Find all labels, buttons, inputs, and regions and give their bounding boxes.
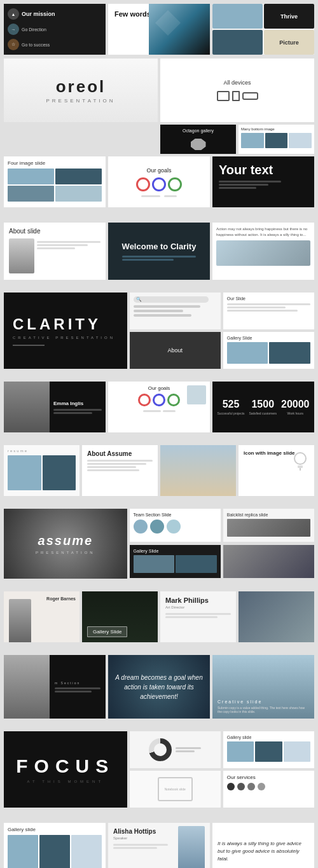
slide-gallery-focus: Gallery slide <box>223 731 314 768</box>
about-mini-label: About <box>167 347 183 354</box>
section-block-9: FOCUS AT THIS MOMENT Gallery slide <box>0 727 318 814</box>
slide-welcome-clarity: Welcome to Clarity <box>108 223 210 280</box>
welcome-clarity-title: Welcome to Clarity <box>122 242 197 252</box>
focus-right-grid: Gallery slide Notebook slide Our service… <box>130 731 314 808</box>
slide-our-services: Our services <box>223 771 314 808</box>
slide-numbers: 525 Successful projects 1500 Satisfied c… <box>212 382 314 432</box>
slide-your-text: Your text <box>212 156 314 207</box>
notebook-label: Notebook slide <box>165 787 186 791</box>
num-label-1: Successful projects <box>217 411 244 415</box>
focus-sub: AT THIS MOMENT <box>27 780 104 783</box>
section-block-7: Roger Barnes Gallery Slide Mark Phillips… <box>0 588 318 646</box>
slide-our-mission: ▲ Our mission → Go Direction ☆ Go to suc… <box>4 4 106 55</box>
svg-rect-1 <box>298 465 303 468</box>
section-block-5: resume About Assume Icon with image slid… <box>0 441 318 500</box>
emma-goals-row: Emma Inglis Our goals <box>4 382 314 432</box>
team-section-label: Team Section Slide <box>134 513 217 517</box>
slide-focus: FOCUS AT THIS MOMENT <box>4 731 127 808</box>
slide-notebook: Notebook slide <box>130 771 221 808</box>
num-value-3: 20000 <box>281 399 310 410</box>
slide-our-goals: Our goals <box>108 156 210 207</box>
num-item-3: 20000 Work hours <box>281 399 310 415</box>
action-text: Action may not always bring happiness bu… <box>216 226 310 238</box>
slide-roger: Roger Barnes <box>4 591 80 642</box>
assume-brand-row: assume PRESENTATION Team Section Slide B… <box>4 509 314 579</box>
slide-team-section: Team Section Slide <box>130 509 221 542</box>
clarity-main-row: CLARITY CREATIVE PRESENTATION 🔍 Our Slid… <box>4 293 314 369</box>
gallery-alisha-row: Gallery slide Alisha Hottips Speaker It … <box>4 823 314 868</box>
focus-title: FOCUS <box>16 755 114 777</box>
slide-emma: Emma Inglis <box>4 382 106 432</box>
slide-few-words: Few words about <box>108 4 210 55</box>
many-bottom-label: Many bottom image <box>241 127 312 131</box>
about-assume-label: About Assume <box>87 450 153 457</box>
section-block-4: Emma Inglis Our goals <box>0 378 318 436</box>
oreol-brand-name: oreol <box>56 77 106 97</box>
slide-thrive: Thrive Picture <box>212 4 314 55</box>
clarity-sub: CREATIVE PRESENTATION <box>13 336 115 340</box>
focus-main-row: FOCUS AT THIS MOMENT Gallery slide <box>4 731 314 808</box>
section-block-3: CLARITY CREATIVE PRESENTATION 🔍 Our Slid… <box>0 289 318 373</box>
num-value-1: 525 <box>217 399 244 410</box>
slide-our-slide: Our Slide <box>223 293 314 329</box>
assume-brand-sub: PRESENTATION <box>36 551 95 555</box>
gallery-assume-label: Gallery Slide <box>134 549 217 553</box>
section-block-6: assume PRESENTATION Team Section Slide B… <box>0 505 318 582</box>
assume-right-grid: Team Section Slide Balcklist replica sli… <box>130 509 314 579</box>
slide-dream: A dream becomes a goal when action is ta… <box>108 655 210 719</box>
slide-team-sec: m Section <box>4 655 106 719</box>
slide-icon-image: Icon with image slide <box>238 445 314 496</box>
circle-icon-2: → <box>8 24 19 35</box>
num-value-2: 1500 <box>249 399 277 410</box>
slide-circle-chart <box>130 731 221 768</box>
our-slide-label: Our Slide <box>227 296 310 301</box>
assume-brand-name: assume <box>38 534 93 548</box>
mark-name: Mark Phillips <box>165 596 231 604</box>
section-block-8: m Section A dream becomes a goal when ac… <box>0 651 318 722</box>
team-sec-label: m Section <box>55 681 100 685</box>
slide-many-bottom: Many bottom image <box>238 125 314 154</box>
slide-text-mission: Our mission <box>22 11 55 17</box>
slide-four-image: Four image slide <box>4 156 106 207</box>
sep-5 <box>0 500 318 505</box>
sep-9 <box>0 814 318 819</box>
slide-clarity: CLARITY CREATIVE PRESENTATION <box>4 293 127 369</box>
slide-text-success: Go to success <box>22 43 50 47</box>
slide-text-direction: Go Direction <box>22 27 46 32</box>
slide-gallery-btn: Gallery Slide <box>82 591 158 642</box>
svg-point-0 <box>294 453 306 464</box>
sep-7 <box>0 646 318 651</box>
num-item-2: 1500 Satisfied customers <box>249 399 277 415</box>
roger-name: Roger Barnes <box>46 596 76 601</box>
slide-about-assume: About Assume <box>82 445 158 496</box>
slide-action: Action may not always bring happiness bu… <box>212 223 314 280</box>
slide-gallery-assume: Gallery Slide <box>130 545 221 578</box>
slide-gallery-clarity: Gallery Slide <box>223 332 314 369</box>
mark-title: Art Director <box>165 605 231 609</box>
slide-street <box>238 591 314 642</box>
section-block-10: Gallery slide Alisha Hottips Speaker It … <box>0 819 318 868</box>
slide-bike-img <box>223 545 314 578</box>
goals-chart-label: Our goals <box>148 385 170 391</box>
team-dream-row: m Section A dream becomes a goal when ac… <box>4 655 314 719</box>
slide-octagon-gallery: Octagon gallery <box>160 125 236 154</box>
gallery-btn-label[interactable]: Gallery Slide <box>87 626 127 637</box>
creative-label: Creative slide <box>218 699 309 704</box>
section-block-1: ▲ Our mission → Go Direction ☆ Go to suc… <box>0 0 318 214</box>
all-devices-label: All devices <box>223 79 251 86</box>
our-mission-label: Our mission <box>22 11 55 17</box>
slide-assume-brand: assume PRESENTATION <box>4 509 127 579</box>
roger-mark-row: Roger Barnes Gallery Slide Mark Phillips… <box>4 591 314 642</box>
oreol-brand-sub: PRESENTATION <box>46 98 115 104</box>
gallery-clarity-label: Gallery Slide <box>227 336 310 340</box>
num-item-1: 525 Successful projects <box>217 399 244 415</box>
it-is-text: It is always a silly thing to give advic… <box>218 840 309 863</box>
slide-all-devices: All devices <box>160 59 314 122</box>
right-col-2: All devices Octagon gallery Many bottom … <box>160 59 314 154</box>
four-image-label: Four image slide <box>8 160 102 166</box>
our-services-label: Our services <box>227 775 310 780</box>
slide-about-mini: About <box>130 332 221 369</box>
sep-1 <box>0 214 318 219</box>
balcklist-label: Balcklist replica slide <box>227 513 310 517</box>
clarity-title: CLARITY <box>13 315 101 333</box>
